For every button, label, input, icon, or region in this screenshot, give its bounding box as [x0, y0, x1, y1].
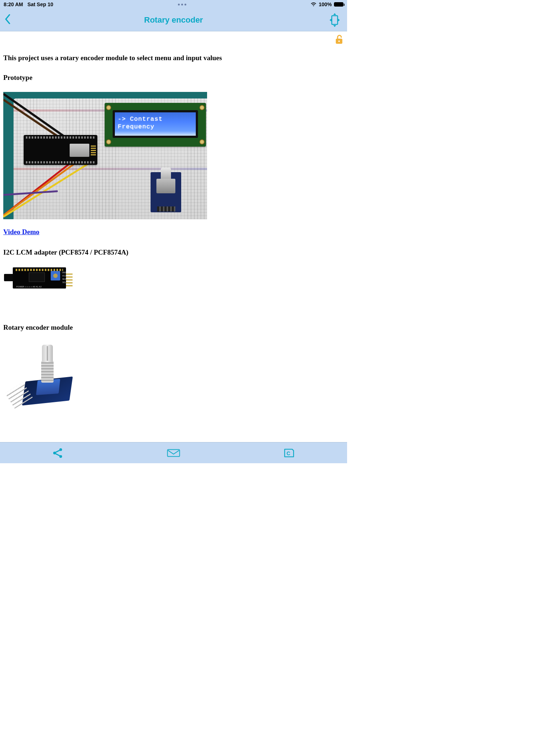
prototype-image: -> Contrast Frequency: [3, 92, 207, 219]
i2c-adapter-image: POWER □ □ □ □ A0 A1 A2 GNDVCCSDASCL: [3, 266, 73, 293]
lcd-line-1: -> Contrast: [118, 115, 193, 123]
battery-percent: 100%: [319, 1, 332, 7]
code-icon: C: [282, 448, 296, 458]
intro-text: This project uses a rotary encoder modul…: [3, 54, 344, 62]
share-icon: [51, 448, 65, 458]
video-demo-link[interactable]: Video Demo: [3, 228, 39, 236]
content-area[interactable]: This project uses a rotary encoder modul…: [0, 31, 347, 412]
orientation-button[interactable]: [327, 12, 342, 28]
svg-rect-5: [167, 449, 179, 456]
bottom-toolbar: C: [0, 442, 347, 463]
battery-icon: [334, 2, 343, 7]
encoder-in-photo: [151, 172, 181, 212]
lcd-line-2: Frequency: [118, 123, 193, 131]
page-title: Rotary encoder: [144, 15, 203, 25]
i2c-silk-bottom: POWER □ □ □ □ A0 A1 A2: [16, 286, 69, 288]
rotary-module-image: [3, 341, 74, 412]
status-left: 8:20 AM Sat Sep 10: [4, 1, 53, 7]
rotary-heading: Rotary encoder module: [3, 324, 344, 332]
code-button[interactable]: C: [281, 445, 297, 461]
mail-icon: [167, 448, 180, 458]
nav-bar: Rotary encoder: [0, 9, 347, 31]
i2c-heading: I2C LCM adapter (PCF8574 / PCF8574A): [3, 248, 344, 256]
lcd-screen: -> Contrast Frequency: [113, 110, 198, 138]
mail-button[interactable]: [166, 445, 182, 461]
status-right: 100%: [311, 1, 343, 7]
i2c-silk-side: GNDVCCSDASCL: [62, 271, 66, 284]
multitask-dots[interactable]: [178, 4, 186, 5]
mcu-board: [24, 135, 97, 165]
status-time: 8:20 AM: [4, 1, 23, 7]
status-bar: 8:20 AM Sat Sep 10 100%: [0, 0, 347, 9]
prototype-heading: Prototype: [3, 74, 344, 82]
unlock-icon[interactable]: [335, 34, 343, 44]
svg-point-1: [338, 40, 340, 42]
status-date: Sat Sep 10: [27, 1, 53, 7]
svg-rect-0: [332, 16, 338, 24]
share-button[interactable]: [50, 445, 66, 461]
wifi-icon: [311, 2, 316, 7]
back-button[interactable]: [4, 14, 11, 26]
svg-text:C: C: [287, 450, 290, 456]
